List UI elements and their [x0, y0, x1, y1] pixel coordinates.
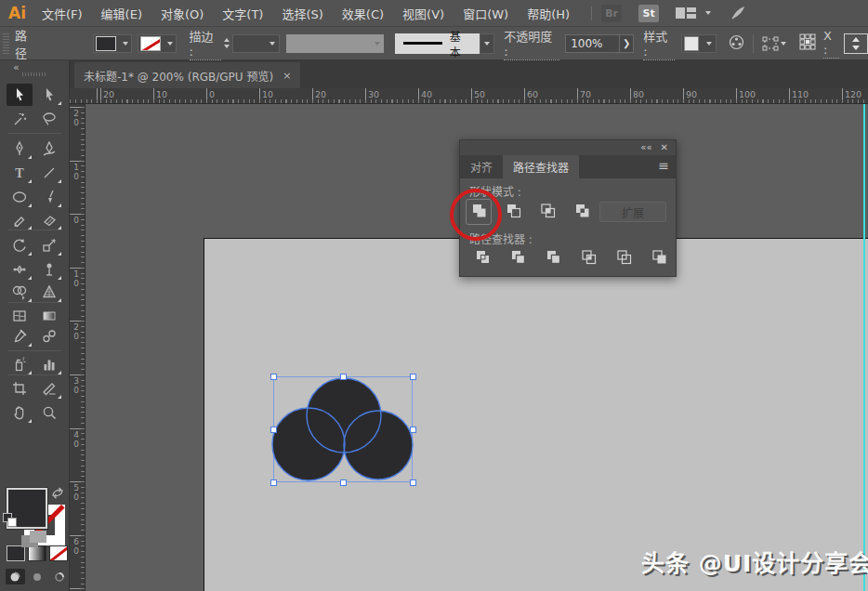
outline-button[interactable] [611, 245, 637, 271]
tool-column-graph[interactable] [36, 353, 62, 375]
menu-item-3[interactable]: 对象(O) [158, 3, 206, 24]
tool-direct-selection[interactable] [36, 84, 62, 106]
tool-scale[interactable] [36, 234, 62, 256]
stroke-weight-select[interactable] [232, 34, 281, 53]
opacity-label[interactable]: 不透明度 : [504, 27, 559, 60]
tool-gradient[interactable] [36, 305, 62, 327]
tool-zoom[interactable] [36, 401, 62, 424]
transform-icon[interactable] [762, 36, 786, 51]
selection-handle[interactable] [270, 479, 277, 486]
rocket-icon[interactable] [730, 5, 746, 21]
stock-badge[interactable]: St [638, 5, 659, 22]
horizontal-ruler[interactable]: 20100102030405060708090100110120 [70, 88, 868, 104]
selection-handle[interactable] [410, 479, 416, 486]
bridge-badge[interactable]: Br [601, 5, 622, 22]
tool-magic-wand[interactable] [7, 108, 33, 130]
close-panel-icon[interactable]: ✕ [661, 143, 668, 152]
tab-align[interactable]: 对齐 [460, 155, 503, 178]
tool-line-segment[interactable] [36, 162, 62, 184]
exclude-button[interactable] [569, 199, 595, 225]
menu-item-6[interactable]: 效果(C) [339, 3, 387, 24]
intersect-button[interactable] [534, 199, 560, 225]
menu-item-8[interactable]: 窗口(W) [460, 3, 511, 24]
variable-width-select[interactable] [286, 34, 384, 53]
menu-item-9[interactable]: 帮助(H) [524, 3, 572, 24]
workspace-switcher-icon[interactable] [676, 7, 696, 20]
tool-curvature[interactable] [36, 138, 62, 160]
chevron-down-icon[interactable] [705, 11, 711, 15]
crop-button[interactable] [575, 245, 601, 271]
guide-line[interactable] [863, 104, 865, 591]
minus-back-button[interactable] [646, 245, 672, 271]
selection-handle[interactable] [410, 374, 416, 380]
stroke-weight-label[interactable]: 描边 : [190, 27, 221, 60]
draw-behind-icon[interactable] [28, 569, 47, 584]
none-button[interactable] [49, 545, 68, 561]
style-label[interactable]: 样式 : [643, 27, 675, 60]
tool-artboard[interactable] [7, 377, 33, 400]
recolor-artwork-icon[interactable] [729, 34, 744, 53]
selection-handle[interactable] [270, 427, 277, 433]
vertical-ruler[interactable]: 201001020304050607 [70, 104, 85, 591]
tool-slice[interactable] [36, 377, 62, 400]
draw-inside-icon[interactable] [49, 569, 69, 584]
divide-button[interactable] [469, 245, 495, 271]
change-screen-mode-icon[interactable] [20, 530, 48, 554]
menu-item-1[interactable]: 文件(F) [39, 3, 85, 24]
merge-button[interactable] [540, 245, 566, 271]
stroke-weight-stepper[interactable] [224, 38, 230, 48]
menu-item-2[interactable]: 编辑(E) [99, 3, 145, 24]
opacity-input[interactable]: 100% [566, 35, 619, 52]
brush-definition-select[interactable]: 基本 [395, 33, 494, 54]
x-position-stepper[interactable] [844, 33, 868, 54]
stroke-color-picker[interactable] [138, 34, 177, 53]
opacity-flyout-button[interactable]: ❯ [619, 35, 633, 52]
tool-eyedropper[interactable] [7, 325, 33, 348]
tool-puppet-warp[interactable] [36, 258, 62, 281]
tool-paintbrush[interactable] [36, 186, 62, 208]
tool-shape-builder[interactable] [7, 281, 33, 303]
ruler-label: 0 [209, 89, 215, 99]
pen-tool-icon [11, 140, 28, 157]
style-picker[interactable] [681, 34, 717, 53]
tab-pathfinder[interactable]: 路径查找器 [503, 155, 579, 178]
close-tab-icon[interactable]: × [283, 70, 291, 82]
tool-width[interactable] [7, 258, 33, 281]
tool-perspective-grid[interactable] [36, 281, 62, 303]
draw-normal-icon[interactable] [6, 569, 25, 584]
tool-hand[interactable] [7, 401, 33, 424]
minus-front-button[interactable] [500, 199, 526, 225]
tool-pen[interactable] [7, 138, 33, 160]
selection-handle[interactable] [340, 374, 347, 380]
selection-handle[interactable] [270, 374, 277, 380]
selection-handle[interactable] [340, 479, 347, 486]
selection-handle[interactable] [410, 427, 416, 433]
tool-mesh[interactable] [7, 305, 33, 327]
collapse-toolbar-icon[interactable]: « [13, 61, 18, 73]
tool-ellipse[interactable] [7, 186, 33, 208]
unite-button[interactable] [466, 199, 492, 225]
document-tab[interactable]: 未标题-1* @ 200% (RGB/GPU 预览) × [74, 62, 300, 88]
tool-rotate[interactable] [7, 234, 33, 256]
collapse-panel-icon[interactable]: «« [640, 143, 651, 152]
menu-item-4[interactable]: 文字(T) [219, 3, 266, 24]
trim-button[interactable] [505, 245, 531, 271]
tool-blend[interactable] [36, 325, 62, 348]
toolbar-grip[interactable] [22, 72, 46, 76]
panel-menu-icon[interactable]: ≡ [658, 158, 669, 173]
tool-eraser[interactable] [36, 208, 62, 230]
tool-symbol-sprayer[interactable] [7, 353, 33, 375]
reference-point-icon[interactable] [799, 33, 816, 53]
swap-fill-stroke-icon[interactable] [51, 487, 64, 502]
tool-lasso[interactable] [36, 108, 62, 130]
tool-selection[interactable] [7, 84, 33, 106]
expand-button[interactable]: 扩展 [599, 202, 666, 222]
cloud-shape[interactable] [269, 372, 417, 487]
control-bar-grip[interactable] [3, 33, 9, 54]
tool-type[interactable]: T [7, 162, 33, 184]
menu-item-7[interactable]: 视图(V) [400, 3, 447, 24]
tool-pencil[interactable] [7, 208, 33, 230]
default-fill-stroke-icon[interactable] [3, 513, 16, 526]
menu-item-5[interactable]: 选择(S) [279, 3, 325, 24]
fill-color-picker[interactable] [93, 34, 132, 53]
